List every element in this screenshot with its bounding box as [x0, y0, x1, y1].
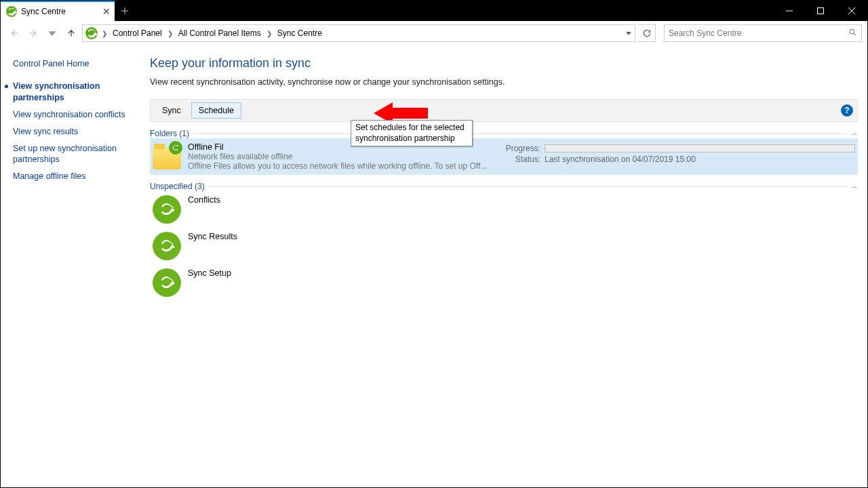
group-label: Folders (1) [150, 129, 189, 138]
sync-results-item[interactable]: Sync Results [150, 228, 858, 264]
status-label: Status: [502, 155, 540, 164]
conflicts-item[interactable]: Conflicts [150, 191, 858, 228]
toolbar: Sync Schedule ? [150, 99, 858, 122]
svg-point-1 [850, 29, 854, 34]
sync-badge-icon [169, 141, 182, 155]
collapse-icon[interactable]: ︿ [851, 129, 858, 138]
page-subtext: View recent synchronisation activity, sy… [150, 77, 858, 87]
sidebar-link-conflicts[interactable]: View synchronisation conflicts [13, 109, 130, 121]
sidebar-link-setup[interactable]: Set up new synchronisation partnerships [13, 143, 130, 166]
navbar: ❯ Control Panel ❯ All Control Panel Item… [1, 21, 867, 45]
breadcrumb-item[interactable]: Sync Centre [275, 27, 325, 39]
sidebar-link-results[interactable]: View sync results [13, 126, 130, 138]
address-dropdown-icon[interactable] [625, 27, 632, 39]
svg-rect-0 [818, 8, 824, 14]
new-tab-button[interactable] [115, 1, 135, 21]
sync-centre-icon [6, 6, 17, 17]
window-tab[interactable]: Sync Centre ✕ [1, 1, 115, 21]
group-header-folders[interactable]: Folders (1) ︿ [150, 129, 858, 138]
progress-label: Progress: [502, 144, 540, 153]
window-controls [774, 1, 867, 21]
chevron-right-icon: ❯ [100, 30, 108, 37]
search-placeholder: Search Sync Centre [669, 28, 741, 38]
item-status-block: Progress: Status: Last synchronisation o… [502, 142, 855, 164]
minimize-button[interactable] [774, 1, 805, 21]
back-button[interactable] [6, 25, 22, 41]
collapse-icon[interactable]: ︿ [851, 182, 858, 191]
sync-icon [153, 232, 181, 260]
sync-button[interactable]: Sync [155, 102, 189, 119]
maximize-button[interactable] [805, 1, 836, 21]
offline-files-item[interactable]: Offline Fil Network files available offl… [150, 138, 858, 175]
sidebar-link-offline[interactable]: Manage offline files [13, 171, 130, 182]
help-icon[interactable]: ? [841, 104, 853, 117]
chevron-right-icon: ❯ [166, 30, 174, 37]
sidebar: Control Panel Home View synchronisation … [1, 45, 136, 488]
search-input[interactable]: Search Sync Centre [664, 24, 862, 42]
schedule-button[interactable]: Schedule [191, 102, 241, 119]
chevron-right-icon: ❯ [265, 30, 273, 37]
forward-button[interactable] [25, 25, 41, 41]
sync-setup-item[interactable]: Sync Setup [150, 264, 858, 301]
address-bar[interactable]: ❯ Control Panel ❯ All Control Panel Item… [82, 24, 635, 42]
group-header-unspecified[interactable]: Unspecified (3) ︿ [150, 182, 858, 191]
breadcrumb-item[interactable]: All Control Panel Items [176, 27, 264, 39]
divider [209, 186, 847, 187]
close-tab-icon[interactable]: ✕ [102, 6, 111, 17]
recent-dropdown[interactable] [44, 25, 60, 41]
item-description: Offline Files allows you to access netwo… [188, 161, 496, 171]
item-text-block: Offline Fil Network files available offl… [188, 142, 496, 171]
refresh-button[interactable] [638, 24, 656, 42]
search-icon [848, 28, 857, 39]
up-button[interactable] [63, 25, 79, 41]
item-subtitle: Network files available offline [188, 152, 496, 161]
sync-icon [153, 268, 181, 297]
progress-bar [545, 144, 855, 152]
item-title: Sync Setup [188, 268, 855, 278]
divider [193, 134, 847, 134]
content-area: Control Panel Home View synchronisation … [1, 45, 867, 488]
item-title: Sync Results [188, 232, 855, 241]
control-panel-home-link[interactable]: Control Panel Home [13, 59, 130, 68]
item-title: Conflicts [188, 195, 855, 205]
folder-icon [153, 142, 181, 171]
sync-centre-path-icon [85, 27, 98, 39]
tab-title: Sync Centre [21, 7, 66, 16]
sidebar-link-partnerships[interactable]: View synchronisation partnerships [13, 81, 130, 104]
main-panel: Keep your information in sync View recen… [136, 45, 867, 488]
schedule-tooltip: Set schedules for the selected synchroni… [351, 120, 473, 146]
breadcrumb-item[interactable]: Control Panel [110, 27, 165, 39]
status-value: Last synchronisation on 04/07/2019 15:00 [545, 155, 696, 164]
titlebar: Sync Centre ✕ [1, 1, 867, 21]
sync-icon [153, 195, 181, 224]
close-button[interactable] [836, 1, 867, 21]
group-label: Unspecified (3) [150, 182, 205, 191]
page-heading: Keep your information in sync [150, 56, 858, 70]
